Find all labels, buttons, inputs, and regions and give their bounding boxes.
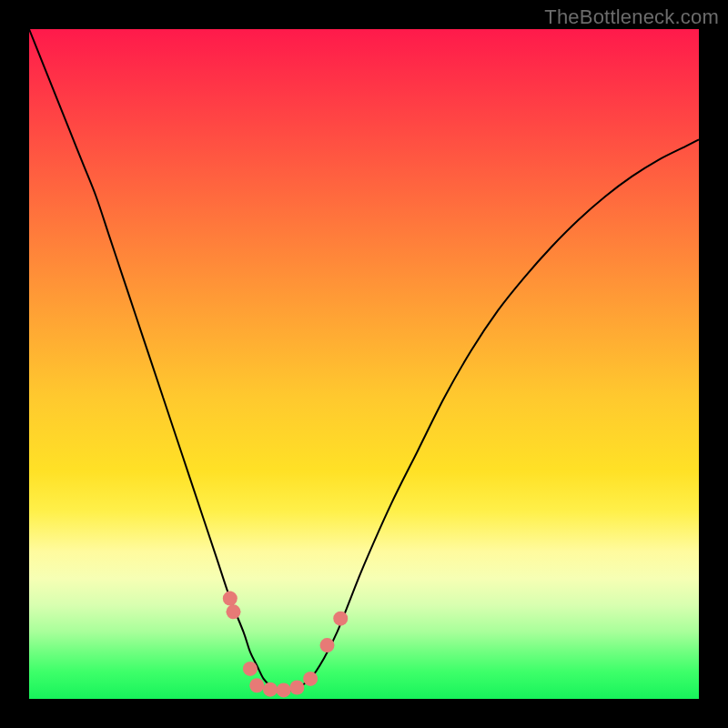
valley-marker	[277, 682, 291, 697]
bottleneck-curve-path	[29, 29, 699, 691]
valley-marker	[263, 682, 278, 697]
bottleneck-curve	[29, 29, 699, 691]
valley-marker	[320, 638, 335, 652]
valley-marker	[223, 592, 238, 606]
plot-area	[29, 29, 699, 699]
valley-marker	[289, 680, 304, 694]
valley-marker	[226, 604, 240, 619]
valley-marker	[249, 678, 264, 693]
valley-marker	[303, 672, 318, 686]
valley-markers	[223, 592, 348, 698]
watermark-text: TheBottleneck.com	[544, 5, 719, 29]
valley-marker	[243, 662, 258, 676]
chart-frame: TheBottleneck.com	[0, 0, 728, 728]
curve-layer	[29, 29, 699, 699]
valley-marker	[333, 612, 348, 626]
